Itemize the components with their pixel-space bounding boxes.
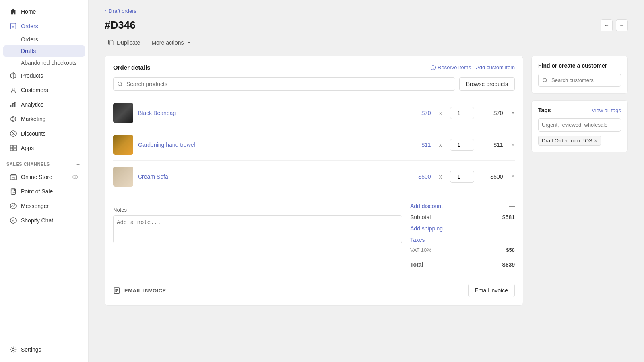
duplicate-btn[interactable]: Duplicate <box>105 38 143 47</box>
add-custom-item-label: Add custom item <box>476 64 515 70</box>
add-custom-item-btn[interactable]: Add custom item <box>476 64 515 70</box>
product-total-beanbag: $70 <box>479 110 503 116</box>
product-qty-wrap-3 <box>450 171 474 183</box>
browse-products-btn[interactable]: Browse products <box>459 77 515 91</box>
apps-icon <box>10 144 17 152</box>
summary-row-subtotal: Subtotal $581 <box>410 212 515 223</box>
sidebar-sub-orders[interactable]: Orders <box>3 34 85 45</box>
sidebar-item-products[interactable]: Products <box>3 69 85 82</box>
vat-label: VAT 10% <box>410 247 431 253</box>
product-x-1: x <box>439 110 442 116</box>
email-invoice-btn[interactable]: Email invoice <box>468 284 515 297</box>
view-all-tags-btn[interactable]: View all tags <box>592 107 621 113</box>
sidebar-item-analytics[interactable]: Analytics <box>3 98 85 111</box>
chevron-down-icon <box>186 40 192 45</box>
breadcrumb[interactable]: ‹ Draft orders <box>105 8 628 14</box>
search-products-input[interactable] <box>113 77 455 91</box>
sidebar-item-settings[interactable]: Settings <box>3 343 85 356</box>
sidebar-item-online-store[interactable]: Online Store <box>3 170 85 184</box>
more-actions-btn[interactable]: More actions <box>148 38 195 47</box>
notes-input[interactable] <box>113 215 402 243</box>
svg-text:$: $ <box>12 219 14 223</box>
product-name-trowel[interactable]: Gardening hand trowel <box>138 142 402 148</box>
taxes-label-btn[interactable]: Taxes <box>410 237 425 243</box>
add-discount-btn[interactable]: Add discount <box>410 203 443 209</box>
notes-label: Notes <box>113 207 402 213</box>
summary-row-shipping: Add shipping — <box>410 223 515 234</box>
sidebar-customers-label: Customers <box>21 87 48 93</box>
svg-rect-21 <box>12 177 14 180</box>
settings-icon <box>10 346 17 353</box>
discounts-icon <box>10 130 17 137</box>
remove-beanbag-btn[interactable]: × <box>511 109 515 117</box>
products-icon <box>10 72 17 79</box>
add-shipping-btn[interactable]: Add shipping <box>410 225 443 232</box>
pos-label: Point of Sale <box>21 188 53 195</box>
reserve-items-btn[interactable]: Reserve items <box>430 64 471 70</box>
summary-row-total: Total $639 <box>410 257 515 270</box>
subtotal-value: $581 <box>502 214 515 220</box>
sidebar-apps-label: Apps <box>21 145 34 151</box>
sidebar-sub-abandoned[interactable]: Abandoned checkouts <box>3 57 85 68</box>
sidebar-item-orders[interactable]: Orders <box>3 19 85 33</box>
sidebar-home-label: Home <box>21 8 36 15</box>
remove-trowel-btn[interactable]: × <box>511 141 515 148</box>
find-customer-title: Find or create a customer <box>538 62 621 69</box>
tags-list: Draft Order from POS × <box>538 136 621 146</box>
product-price-sofa: $500 <box>407 173 431 180</box>
sidebar-item-pos[interactable]: Point of Sale <box>3 185 85 198</box>
search-icon <box>117 81 123 87</box>
summary-row-discount: Add discount — <box>410 200 515 212</box>
product-x-3: x <box>439 173 442 180</box>
store-icon <box>10 173 17 181</box>
sidebar-item-customers[interactable]: Customers <box>3 83 85 97</box>
orders-icon <box>10 23 17 30</box>
breadcrumb-label: Draft orders <box>109 8 136 14</box>
table-row: Cream Sofa $500 x $500 × <box>113 161 515 192</box>
sidebar-item-shopify-chat[interactable]: $ Shopify Chat <box>3 214 85 227</box>
product-name-beanbag[interactable]: Black Beanbag <box>138 110 402 116</box>
sidebar-item-discounts[interactable]: Discounts <box>3 127 85 140</box>
sidebar-item-apps[interactable]: Apps <box>3 141 85 155</box>
tag-remove-btn[interactable]: × <box>594 138 597 144</box>
summary-row-taxes: Taxes <box>410 234 515 245</box>
email-invoice-section: EMAIL INVOICE Email invoice <box>113 277 515 297</box>
product-qty-sofa[interactable] <box>450 171 474 183</box>
prev-btn[interactable]: ← <box>601 19 613 31</box>
email-invoice-left: EMAIL INVOICE <box>113 287 166 294</box>
product-qty-trowel[interactable] <box>450 139 474 151</box>
sidebar-products-label: Products <box>21 72 43 79</box>
notes-summary-row: Notes Add discount — Subtotal $581 <box>113 200 515 270</box>
chat-icon: $ <box>10 217 17 224</box>
tags-title: Tags <box>538 107 551 113</box>
pos-icon <box>10 188 17 195</box>
product-total-sofa: $500 <box>479 173 503 180</box>
sidebar-item-messenger[interactable]: Messenger <box>3 199 85 213</box>
svg-rect-20 <box>10 176 16 180</box>
customer-search-input[interactable] <box>538 74 621 87</box>
breadcrumb-arrow: ‹ <box>105 8 106 14</box>
clock-icon <box>430 65 436 70</box>
svg-line-42 <box>546 81 547 82</box>
sidebar-sub-drafts[interactable]: Drafts <box>3 45 85 57</box>
product-name-sofa[interactable]: Cream Sofa <box>138 173 402 180</box>
duplicate-icon <box>108 39 114 46</box>
analytics-icon <box>10 101 17 108</box>
add-sales-channel-btn[interactable]: + <box>74 160 82 168</box>
sidebar-item-marketing[interactable]: Marketing <box>3 112 85 126</box>
shopify-chat-label: Shopify Chat <box>21 217 53 224</box>
product-qty-beanbag[interactable] <box>450 107 474 119</box>
invoice-icon <box>113 287 120 294</box>
settings-label: Settings <box>21 346 41 353</box>
sidebar-item-home[interactable]: Home <box>3 5 85 19</box>
svg-rect-16 <box>10 145 13 148</box>
sidebar-marketing-label: Marketing <box>21 116 45 122</box>
remove-sofa-btn[interactable]: × <box>511 173 515 180</box>
sales-channels-label: SALES CHANNELS <box>6 162 50 167</box>
tags-input[interactable] <box>538 118 621 132</box>
reserve-items-label: Reserve items <box>438 64 471 70</box>
online-store-label: Online Store <box>21 174 52 180</box>
next-btn[interactable]: → <box>616 19 628 31</box>
sales-channels-section: SALES CHANNELS + <box>0 156 88 170</box>
svg-point-6 <box>12 88 14 90</box>
